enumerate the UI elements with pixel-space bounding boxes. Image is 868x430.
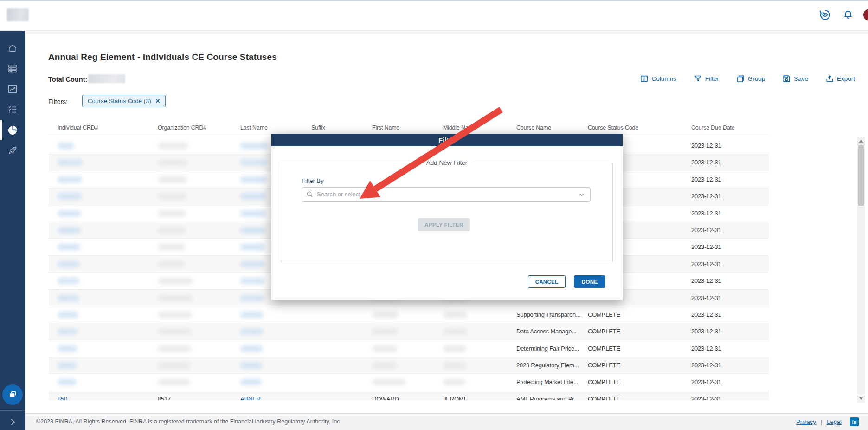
filter-button[interactable]: Filter (694, 75, 719, 83)
columns-button[interactable]: Columns (640, 75, 676, 83)
redacted-cell (240, 261, 265, 267)
redacted-cell (58, 244, 80, 250)
redacted-cell (443, 345, 466, 352)
grid-toolbar: Columns Filter Group Save (640, 75, 855, 83)
redacted-cell (240, 143, 268, 149)
table-row[interactable]: Determining Fair Price...COMPLETE2023-12… (49, 340, 769, 357)
filter-modal: Filter Add New Filter Filter By APPLY FI… (271, 134, 623, 300)
cell-last-name[interactable]: ABNER (240, 391, 261, 400)
sidebar-item-launch[interactable] (0, 140, 25, 161)
cell-course-due-date: 2023-12-31 (691, 137, 721, 154)
redacted-cell (240, 278, 264, 284)
redacted-cell (58, 328, 78, 335)
redacted-cell (240, 227, 266, 234)
redacted-cell (372, 362, 397, 369)
done-button[interactable]: DONE (574, 275, 605, 288)
sidebar-item-data[interactable] (0, 59, 25, 79)
redacted-cell (158, 159, 187, 166)
user-avatar[interactable] (863, 9, 868, 21)
redacted-cell (58, 345, 77, 352)
filter-search-input[interactable] (313, 191, 579, 198)
filter-chip-label: Course Status Code (3) (88, 98, 151, 104)
cell-individual-crd[interactable]: 850 (58, 391, 67, 400)
filter-modal-title: Filter (271, 134, 623, 146)
redacted-cell (240, 176, 267, 183)
cell-course-due-date: 2023-12-31 (691, 323, 721, 340)
redacted-cell (443, 312, 467, 318)
chip-close-icon[interactable]: ✕ (155, 98, 161, 104)
table-row[interactable]: Data Access Manage...COMPLETE2023-12-31 (49, 323, 769, 340)
cell-course-due-date: 2023-12-31 (691, 256, 721, 273)
home-icon (7, 43, 18, 54)
redacted-cell (158, 328, 192, 335)
apply-filter-button[interactable]: APPLY FILTER (418, 218, 470, 231)
windows-icon (6, 389, 19, 401)
table-row[interactable]: Supporting Transparen...COMPLETE2023-12-… (49, 306, 769, 323)
cell-status: COMPLETE (588, 323, 620, 340)
column-header-course-due-date[interactable]: Course Due Date (691, 118, 735, 137)
cell-course-due-date: 2023-12-31 (691, 239, 721, 255)
cell-course-name: Determining Fair Price... (516, 340, 579, 357)
sidebar-item-analytics[interactable] (0, 79, 25, 99)
collaboration-button[interactable] (2, 384, 23, 405)
sidebar-divider (0, 410, 25, 411)
group-label: Group (748, 75, 765, 82)
cell-course-due-date: 2023-12-31 (691, 188, 721, 205)
cell-course-due-date: 2023-12-31 (691, 340, 721, 357)
cancel-button[interactable]: CANCEL (528, 275, 566, 288)
filter-by-select[interactable] (302, 187, 591, 202)
sidebar-item-home[interactable] (0, 38, 25, 59)
cell-course-name: Supporting Transparen... (516, 306, 580, 323)
content-top-band (25, 31, 868, 34)
floppy-icon (783, 75, 791, 83)
redacted-cell (240, 362, 262, 369)
redacted-cell (240, 295, 264, 301)
redacted-cell (158, 345, 191, 352)
sidebar-item-reports[interactable] (0, 120, 25, 140)
filter-by-label: Filter By (302, 177, 324, 184)
chevron-down-icon[interactable] (579, 191, 585, 198)
line-chart-icon (7, 84, 18, 95)
redacted-cell (443, 362, 466, 369)
redacted-cell (240, 210, 266, 217)
redacted-cell (158, 143, 188, 149)
history-eye-icon[interactable] (817, 7, 833, 23)
scrollbar-thumb[interactable] (858, 145, 864, 206)
scroll-up-icon[interactable] (859, 140, 863, 143)
column-header-last-name[interactable]: Last Name (240, 118, 268, 137)
redacted-cell (443, 379, 465, 385)
scroll-down-icon[interactable] (859, 397, 863, 400)
export-button[interactable]: Export (826, 75, 855, 83)
cell-status: COMPLETE (588, 391, 620, 400)
table-row[interactable]: Protecting Market Inte...COMPLETE2023-12… (49, 374, 769, 391)
cell-status: COMPLETE (588, 340, 620, 357)
group-button[interactable]: Group (737, 75, 765, 83)
checklist-icon (7, 104, 18, 115)
table-row[interactable]: 8508517ABNERHOWARDJEROMEAML Programs and… (49, 391, 769, 400)
redacted-cell (58, 379, 77, 385)
redacted-cell (158, 295, 193, 301)
filter-label: Filter (705, 75, 719, 82)
redacted-cell (240, 379, 262, 385)
table-row[interactable]: 2023 Regulatory Elem...COMPLETE2023-12-3… (49, 357, 769, 374)
redacted-cell (58, 312, 78, 318)
filter-chip-course-status-code[interactable]: Course Status Code (3) ✕ (82, 95, 166, 107)
privacy-link[interactable]: Privacy (796, 418, 816, 425)
redacted-cell (58, 278, 79, 284)
cell-organization-crd: 8517 (158, 391, 171, 400)
cell-course-due-date: 2023-12-31 (691, 205, 721, 222)
redacted-cell (58, 295, 79, 301)
linkedin-icon[interactable]: in (850, 417, 859, 426)
chevron-right-icon (8, 417, 17, 427)
redacted-cell (158, 176, 187, 183)
cell-course-due-date: 2023-12-31 (691, 273, 721, 289)
cell-course-due-date: 2023-12-31 (691, 171, 721, 188)
legal-link[interactable]: Legal (827, 418, 842, 425)
sidebar-item-tasks[interactable] (0, 99, 25, 120)
sidebar-expand-button[interactable] (0, 414, 25, 430)
column-header-organization-crd[interactable]: Organization CRD# (158, 118, 206, 137)
table-scrollbar[interactable] (857, 137, 865, 403)
add-new-filter-section: Add New Filter (281, 163, 613, 262)
save-button[interactable]: Save (783, 75, 808, 83)
notifications-bell-icon[interactable] (840, 7, 856, 23)
